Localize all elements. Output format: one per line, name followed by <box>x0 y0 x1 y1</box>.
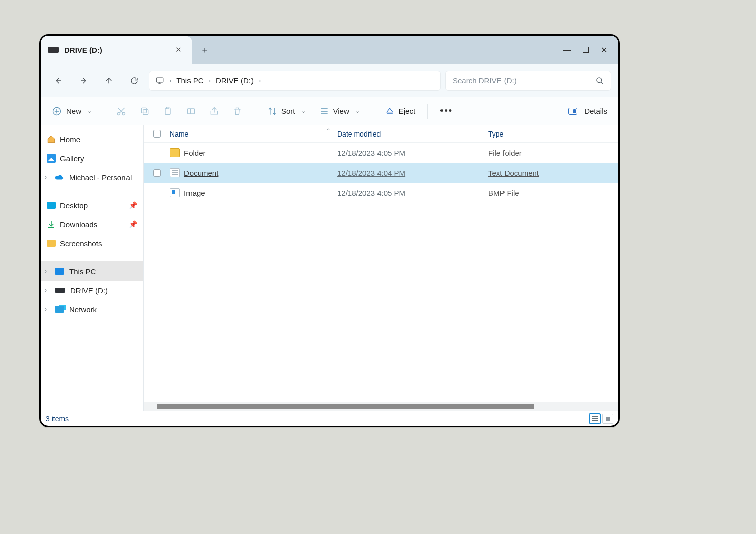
file-date: 12/18/2023 4:05 PM <box>337 189 488 197</box>
eject-label: Eject <box>399 107 415 115</box>
scrollbar-thumb[interactable] <box>157 404 534 409</box>
refresh-icon <box>130 76 139 85</box>
sidebar-label: Home <box>60 135 80 144</box>
expand-icon[interactable]: › <box>45 268 47 275</box>
drive-icon <box>55 288 65 293</box>
tab-active[interactable]: DRIVE (D:) ✕ <box>41 36 192 64</box>
sort-button[interactable]: Sort ⌄ <box>263 103 310 119</box>
up-button[interactable] <box>98 72 119 90</box>
sidebar-item-gallery[interactable]: Gallery <box>41 149 143 168</box>
close-window-button[interactable]: ✕ <box>601 45 607 55</box>
back-button[interactable] <box>48 72 69 90</box>
sidebar-item-home[interactable]: Home <box>41 129 143 149</box>
file-row[interactable]: Folder12/18/2023 4:05 PMFile folder <box>144 143 618 163</box>
column-type[interactable]: Type <box>488 130 618 138</box>
thumbnails-view-button[interactable] <box>602 414 613 424</box>
sidebar-item-network[interactable]: › Network <box>41 300 143 319</box>
breadcrumb-leaf[interactable]: DRIVE (D:) <box>216 76 254 85</box>
folder-icon <box>170 148 180 157</box>
horizontal-scrollbar[interactable] <box>144 402 618 411</box>
svg-rect-6 <box>141 108 146 113</box>
file-date: 12/18/2023 4:04 PM <box>337 169 488 177</box>
paste-icon <box>163 106 173 116</box>
paste-button[interactable] <box>159 103 177 119</box>
downloads-icon <box>47 220 56 229</box>
sidebar-item-screenshots[interactable]: Screenshots <box>41 234 143 253</box>
close-tab-icon[interactable]: ✕ <box>175 45 182 54</box>
sidebar-item-onedrive[interactable]: › Michael - Personal <box>41 168 143 187</box>
minimize-button[interactable]: — <box>563 46 571 54</box>
search-icon <box>595 76 604 85</box>
chevron-right-icon: › <box>169 77 171 84</box>
file-name: Document <box>184 169 218 177</box>
copy-button[interactable] <box>136 103 154 119</box>
expand-icon[interactable]: › <box>45 287 47 294</box>
network-icon <box>55 306 64 313</box>
forward-button[interactable] <box>73 72 94 90</box>
more-button[interactable]: ••• <box>436 103 457 119</box>
svg-point-1 <box>597 78 602 83</box>
search-box[interactable]: Search DRIVE (D:) <box>445 71 611 91</box>
trash-icon <box>232 106 242 116</box>
details-label: Details <box>584 107 607 115</box>
file-row[interactable]: Image12/18/2023 4:05 PMBMP File <box>144 183 618 203</box>
view-button[interactable]: View ⌄ <box>315 103 364 119</box>
cut-icon <box>116 106 127 116</box>
maximize-button[interactable] <box>583 47 589 53</box>
sidebar-label: Downloads <box>60 220 97 229</box>
pc-icon <box>55 268 64 275</box>
column-date[interactable]: Date modified <box>337 130 488 138</box>
expand-icon[interactable]: › <box>45 174 47 181</box>
sidebar-label: Desktop <box>60 201 88 210</box>
share-button[interactable] <box>205 103 223 119</box>
address-bar[interactable]: › This PC › DRIVE (D:) › <box>149 71 441 91</box>
pin-icon[interactable]: 📌 <box>129 201 137 209</box>
separator <box>372 104 372 119</box>
sort-icon <box>267 106 277 116</box>
eject-button[interactable]: Eject <box>381 103 419 119</box>
rename-icon <box>186 106 196 116</box>
drive-icon <box>48 47 59 53</box>
delete-button[interactable] <box>228 103 246 119</box>
sidebar-label: Network <box>69 305 97 314</box>
sidebar-item-this-pc[interactable]: › This PC <box>41 261 143 281</box>
sidebar-label: This PC <box>69 267 96 276</box>
svg-rect-5 <box>143 109 148 114</box>
cut-button[interactable] <box>112 103 131 119</box>
rename-button[interactable] <box>182 103 200 119</box>
view-label: View <box>333 107 349 115</box>
file-type: BMP File <box>488 189 618 197</box>
row-checkbox[interactable] <box>153 169 161 177</box>
svg-rect-0 <box>156 78 163 82</box>
new-tab-button[interactable]: ＋ <box>192 36 217 64</box>
details-pane-button[interactable]: Details <box>564 104 611 118</box>
column-name[interactable]: Name ⌃ <box>170 130 337 138</box>
sort-asc-icon: ⌃ <box>326 128 330 134</box>
file-list: Name ⌃ Date modified Type Folder12/18/20… <box>144 125 618 411</box>
expand-icon[interactable]: › <box>45 306 47 313</box>
column-label: Date modified <box>337 130 381 138</box>
sidebar-item-downloads[interactable]: Downloads 📌 <box>41 215 143 234</box>
doc-icon <box>170 168 180 177</box>
details-pane-icon <box>568 108 577 115</box>
separator <box>47 257 137 257</box>
monitor-icon <box>155 76 164 85</box>
sidebar-item-desktop[interactable]: Desktop 📌 <box>41 195 143 215</box>
sidebar-label: DRIVE (D:) <box>70 286 108 295</box>
desktop-icon <box>47 202 56 209</box>
select-all-checkbox[interactable] <box>153 130 161 138</box>
folder-icon <box>47 240 56 247</box>
sidebar-label: Gallery <box>60 154 84 163</box>
refresh-button[interactable] <box>123 72 145 90</box>
breadcrumb-root[interactable]: This PC <box>176 76 203 85</box>
details-view-button[interactable] <box>589 414 600 424</box>
new-button[interactable]: New ⌄ <box>48 103 96 119</box>
address-bar-row: › This PC › DRIVE (D:) › Search DRIVE (D… <box>41 64 618 97</box>
search-placeholder: Search DRIVE (D:) <box>453 76 517 85</box>
file-row[interactable]: Document12/18/2023 4:04 PMText Document <box>144 163 618 183</box>
sidebar-item-drive[interactable]: › DRIVE (D:) <box>41 281 143 300</box>
img-icon <box>170 188 180 197</box>
pin-icon[interactable]: 📌 <box>129 220 137 228</box>
sidebar-label: Michael - Personal <box>69 173 132 182</box>
arrow-up-icon <box>104 76 113 85</box>
